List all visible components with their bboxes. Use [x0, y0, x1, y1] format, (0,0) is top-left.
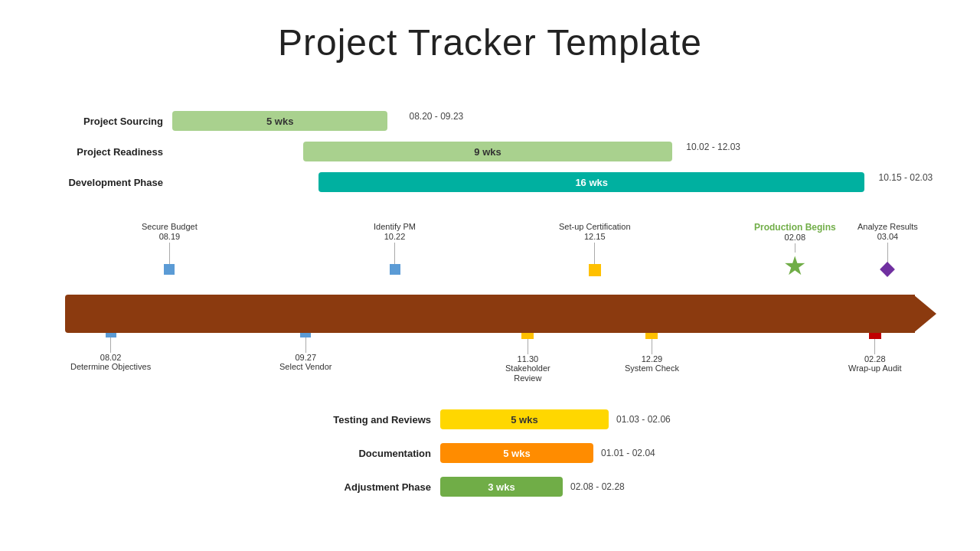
- milestone-select-vendor: 09.27 Select Vendor: [279, 327, 332, 372]
- milestone-secure-budget-label: Secure Budget: [142, 222, 198, 232]
- milestone-wrapup: 02.28 Wrap-up Audit: [848, 327, 902, 373]
- milestone-production-date: 02.08: [785, 233, 806, 242]
- legend-label-docs: Documentation: [306, 448, 440, 459]
- milestone-analyze-date: 03.04: [877, 232, 899, 241]
- legend-weeks-adjustment: 3 wks: [488, 481, 514, 493]
- legend-weeks-testing: 5 wks: [511, 414, 537, 425]
- timeline-section: Aug Sep Oct Nov Dec 2022 Feb Mar Secure …: [23, 222, 957, 421]
- milestone-system-check-line: [652, 339, 652, 354]
- milestone-stakeholder: 11.30 StakeholderReview: [505, 327, 550, 383]
- timeline-arrow: [913, 295, 936, 333]
- legend-bar-testing: 5 wks: [440, 409, 609, 429]
- milestone-identify-pm: Identify PM 10.22: [374, 222, 416, 275]
- milestone-select-vendor-label: Select Vendor: [279, 362, 332, 372]
- milestone-analyze-label: Analyze Results: [858, 222, 918, 232]
- milestone-secure-budget-date: 08.19: [159, 232, 181, 241]
- milestone-production-star: ★: [783, 253, 806, 279]
- legend-row-docs: Documentation 5 wks 01.01 - 02.04: [306, 443, 942, 463]
- milestone-stakeholder-label: StakeholderReview: [505, 364, 550, 383]
- legend-row-adjustment: Adjustment Phase 3 wks 02.08 - 02.28: [306, 477, 942, 497]
- gantt-date-sourcing: 08.20 - 09.23: [410, 111, 464, 122]
- milestone-production: Production Begins 02.08 ★: [754, 222, 836, 279]
- milestone-system-check-date: 12.29: [642, 354, 663, 364]
- milestone-system-check-label: System Check: [625, 364, 679, 373]
- legend-date-testing: 01.03 - 02.06: [616, 414, 671, 425]
- milestone-setup-cert-marker: [589, 264, 601, 276]
- gantt-row-dev: Development Phase 16 wks 10.15 - 02.03: [38, 172, 942, 192]
- legend-date-adjustment: 02.08 - 02.28: [570, 481, 625, 492]
- gantt-bar-sourcing: 5 wks: [172, 111, 387, 131]
- milestone-analyze: Analyze Results 03.04: [858, 222, 918, 275]
- milestone-secure-budget-line: [169, 243, 170, 264]
- gantt-bar-wrap-sourcing: 5 wks 08.20 - 09.23: [172, 111, 942, 131]
- milestone-system-check: 12.29 System Check: [625, 327, 679, 373]
- milestone-wrapup-date: 02.28: [864, 354, 886, 364]
- milestone-det-obj-label: Determine Objectives: [70, 362, 151, 372]
- legend-bar-adjustment: 3 wks: [440, 477, 563, 497]
- milestone-select-vendor-line: [305, 337, 306, 353]
- milestone-wrapup-label: Wrap-up Audit: [848, 364, 902, 373]
- gantt-label-readiness: Project Readiness: [38, 146, 172, 158]
- milestone-det-obj: 08.02 Determine Objectives: [70, 327, 151, 372]
- gantt-date-readiness: 10.02 - 12.03: [686, 142, 740, 152]
- legend-weeks-docs: 5 wks: [503, 448, 530, 459]
- milestone-setup-cert-label: Set-up Certification: [559, 222, 631, 232]
- legend-label-adjustment: Adjustment Phase: [306, 481, 440, 493]
- gantt-label-dev: Development Phase: [38, 177, 172, 188]
- milestone-setup-cert-line: [594, 243, 595, 264]
- legend-row-testing: Testing and Reviews 5 wks 01.03 - 02.06: [306, 409, 942, 429]
- legend-section: Testing and Reviews 5 wks 01.03 - 02.06 …: [306, 409, 942, 510]
- milestone-wrapup-line: [874, 339, 875, 354]
- legend-label-testing: Testing and Reviews: [306, 414, 440, 425]
- page-title: Project Tracker Template: [0, 0, 980, 64]
- gantt-bar-wrap-readiness: 9 wks 10.02 - 12.03: [172, 142, 942, 161]
- gantt-date-dev: 10.15 - 02.03: [879, 172, 933, 183]
- gantt-bar-readiness: 9 wks: [303, 142, 672, 161]
- milestone-analyze-marker: [880, 262, 896, 277]
- milestone-production-label: Production Begins: [754, 222, 836, 233]
- milestone-identify-pm-label: Identify PM: [374, 222, 416, 232]
- gantt-bar-wrap-dev: 16 wks 10.15 - 02.03: [172, 172, 942, 192]
- milestone-identify-pm-marker: [390, 264, 400, 275]
- milestone-det-obj-date: 08.02: [100, 353, 122, 362]
- gantt-section: Project Sourcing 5 wks 08.20 - 09.23 Pro…: [38, 111, 942, 203]
- milestone-secure-budget-marker: [164, 264, 175, 275]
- gantt-row-sourcing: Project Sourcing 5 wks 08.20 - 09.23: [38, 111, 942, 131]
- milestone-select-vendor-date: 09.27: [295, 353, 316, 362]
- milestone-analyze-line: [887, 243, 888, 264]
- milestone-stakeholder-date: 11.30: [518, 354, 539, 364]
- timeline-bar: [65, 295, 915, 333]
- milestone-setup-cert-date: 12.15: [584, 232, 606, 241]
- gantt-row-readiness: Project Readiness 9 wks 10.02 - 12.03: [38, 142, 942, 161]
- milestone-identify-pm-line: [394, 243, 395, 264]
- milestone-stakeholder-line: [528, 339, 528, 354]
- gantt-label-sourcing: Project Sourcing: [38, 116, 172, 127]
- milestone-identify-pm-date: 10.22: [384, 232, 406, 241]
- legend-bar-docs: 5 wks: [440, 443, 593, 463]
- milestone-secure-budget: Secure Budget 08.19: [142, 222, 198, 275]
- gantt-bar-dev: 16 wks: [318, 172, 865, 192]
- milestone-setup-cert: Set-up Certification 12.15: [559, 222, 631, 276]
- legend-date-docs: 01.01 - 02.04: [601, 448, 655, 458]
- milestone-det-obj-line: [110, 337, 111, 353]
